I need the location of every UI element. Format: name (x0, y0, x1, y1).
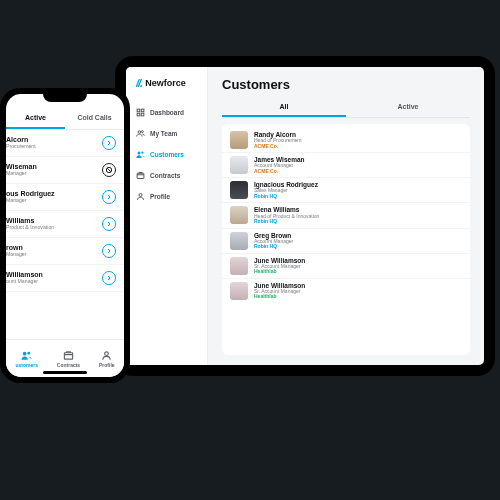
chevron-right-icon[interactable] (102, 190, 116, 204)
row-text: ous RodriguezManager (6, 190, 96, 203)
list-item[interactable]: Williamsonount Manager (6, 265, 124, 292)
svg-point-7 (141, 152, 143, 154)
brand: //. Newforce (132, 77, 201, 89)
customer-list: Randy AlcornHead of ProcurementACME Co.J… (222, 124, 470, 355)
phone-tab-bar: Active Cold Calls (6, 94, 124, 130)
phone-tab-cold[interactable]: Cold Calls (65, 108, 124, 129)
svg-point-4 (138, 131, 141, 134)
table-row[interactable]: James WisemanAccount ManagerACME Co. (222, 153, 470, 178)
page-title: Customers (222, 77, 470, 92)
tab-bar: All Active (222, 98, 470, 118)
profile-icon (136, 192, 145, 201)
customer-role: Manager (6, 171, 96, 177)
tablet-frame: //. Newforce Dashboard My Team Custo (115, 56, 495, 376)
avatar (230, 232, 248, 250)
block-icon[interactable] (102, 163, 116, 177)
phone-tab-active[interactable]: Active (6, 108, 65, 129)
tablet-screen: //. Newforce Dashboard My Team Custo (126, 67, 484, 365)
svg-rect-2 (137, 113, 140, 116)
row-text: Randy AlcornHead of ProcurementACME Co. (254, 131, 302, 149)
sidebar-item-label: Dashboard (150, 109, 184, 116)
svg-point-6 (138, 152, 141, 155)
list-item[interactable]: AlcornProcurement (6, 130, 124, 157)
brand-name: Newforce (145, 78, 186, 88)
customers-icon (21, 350, 32, 361)
sidebar-item-my-team[interactable]: My Team (132, 124, 201, 143)
table-row[interactable]: Greg BrownAccount ManagerRobin HQ (222, 229, 470, 254)
customer-company: Robin HQ (254, 219, 319, 225)
customer-company: ACME Co. (254, 144, 302, 150)
phone-nav-label: ustomers (15, 362, 38, 368)
list-item[interactable]: WilliamsProduct & Innovation (6, 211, 124, 238)
avatar (230, 131, 248, 149)
tab-active[interactable]: Active (346, 98, 470, 117)
row-text: June WilliamsonSr. Account ManagerHealth… (254, 282, 305, 300)
chevron-right-icon[interactable] (102, 136, 116, 150)
brand-logo-icon: //. (136, 77, 142, 89)
table-row[interactable]: Ignacious RodriguezSales ManagerRobin HQ (222, 178, 470, 203)
home-indicator (43, 371, 87, 374)
list-item[interactable]: ous RodriguezManager (6, 184, 124, 211)
customer-role: Product & Innovation (6, 225, 96, 231)
phone-nav-customers[interactable]: ustomers (15, 350, 38, 368)
customer-role: Procurement (6, 144, 96, 150)
dashboard-icon (136, 108, 145, 117)
row-text: AlcornProcurement (6, 136, 96, 149)
customer-company: Robin HQ (254, 244, 293, 250)
contracts-icon (136, 171, 145, 180)
row-text: James WisemanAccount ManagerACME Co. (254, 156, 305, 174)
team-icon (136, 129, 145, 138)
customers-icon (136, 150, 145, 159)
sidebar-item-label: My Team (150, 130, 177, 137)
phone-screen: Active Cold Calls AlcornProcurementWisem… (6, 94, 124, 377)
sidebar-item-contracts[interactable]: Contracts (132, 166, 201, 185)
svg-point-9 (139, 194, 142, 197)
tab-all[interactable]: All (222, 98, 346, 117)
table-row[interactable]: June WilliamsonSr. Account ManagerHealth… (222, 254, 470, 279)
table-row[interactable]: Randy AlcornHead of ProcurementACME Co. (222, 128, 470, 153)
contracts-icon (63, 350, 74, 361)
chevron-right-icon[interactable] (102, 217, 116, 231)
svg-rect-8 (137, 173, 144, 178)
svg-rect-0 (137, 109, 140, 112)
sidebar-item-label: Profile (150, 193, 170, 200)
svg-rect-1 (141, 109, 144, 112)
svg-rect-13 (64, 352, 72, 358)
sidebar: //. Newforce Dashboard My Team Custo (126, 67, 208, 365)
list-item[interactable]: WisemanManager (6, 157, 124, 184)
phone-customer-list: AlcornProcurementWisemanManagerous Rodri… (6, 130, 124, 339)
chevron-right-icon[interactable] (102, 271, 116, 285)
sidebar-item-customers[interactable]: Customers (132, 145, 201, 164)
sidebar-item-label: Contracts (150, 172, 180, 179)
profile-icon (101, 350, 112, 361)
customer-company: Robin HQ (254, 194, 318, 200)
row-text: WisemanManager (6, 163, 96, 176)
row-text: Williamsonount Manager (6, 271, 96, 284)
sidebar-item-label: Customers (150, 151, 184, 158)
avatar (230, 156, 248, 174)
customer-role: Manager (6, 252, 96, 258)
svg-point-5 (141, 131, 143, 133)
row-text: Greg BrownAccount ManagerRobin HQ (254, 232, 293, 250)
svg-point-12 (28, 351, 31, 354)
row-text: rownManager (6, 244, 96, 257)
phone-nav-contracts[interactable]: Contracts (57, 350, 80, 368)
svg-point-11 (23, 351, 27, 355)
customer-role: Manager (6, 198, 96, 204)
table-row[interactable]: June WilliamsonSr. Account ManagerHealth… (222, 279, 470, 303)
chevron-right-icon[interactable] (102, 244, 116, 258)
sidebar-item-profile[interactable]: Profile (132, 187, 201, 206)
main-panel: Customers All Active Randy AlcornHead of… (208, 67, 484, 365)
avatar (230, 206, 248, 224)
svg-point-14 (105, 351, 109, 355)
phone-nav-label: Contracts (57, 362, 80, 368)
row-text: Ignacious RodriguezSales ManagerRobin HQ (254, 181, 318, 199)
customer-company: Healthlab (254, 294, 305, 300)
phone-nav-label: Profile (99, 362, 115, 368)
avatar (230, 181, 248, 199)
list-item[interactable]: rownManager (6, 238, 124, 265)
row-text: June WilliamsonSr. Account ManagerHealth… (254, 257, 305, 275)
phone-nav-profile[interactable]: Profile (99, 350, 115, 368)
table-row[interactable]: Elena WilliamsHead of Product & Innovati… (222, 203, 470, 228)
sidebar-item-dashboard[interactable]: Dashboard (132, 103, 201, 122)
